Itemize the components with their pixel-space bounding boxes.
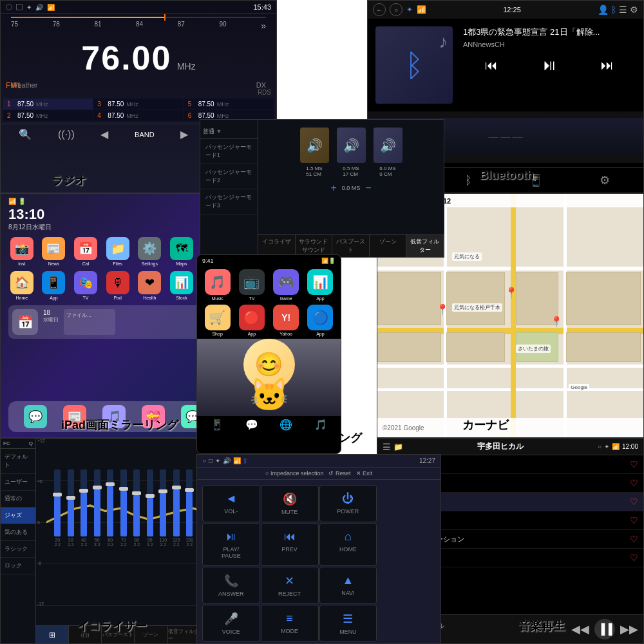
iphone-photo-area: 😊 🐱 xyxy=(197,339,341,416)
steer-reset[interactable]: ↺ Reset xyxy=(328,470,350,477)
iphone-app-4[interactable]: 📊 App xyxy=(305,269,336,301)
radio-prev-btn[interactable]: ◀ xyxy=(100,128,108,140)
eq-slider-150[interactable]: 1502.2 xyxy=(184,469,196,547)
radio-scan-btn[interactable]: ((·)) xyxy=(58,129,75,140)
steer-play-pause[interactable]: ⏯ PLAY/PAUSE xyxy=(202,523,260,566)
eq-slider-30[interactable]: 302.2 xyxy=(65,469,77,547)
radio-search-btn[interactable]: 🔍 xyxy=(19,128,32,140)
spk-fr-speaker[interactable]: 🔊 xyxy=(337,128,366,163)
spk-tab-surround[interactable]: サラウンドサウンド xyxy=(296,235,333,257)
spk-tab-eq[interactable]: イコライザ xyxy=(258,235,296,257)
eq-slider-70[interactable]: 702.2 xyxy=(118,469,130,547)
music-track-1-heart[interactable]: ♡ xyxy=(630,459,638,469)
eq-preset-normal[interactable]: 通常の xyxy=(1,491,35,507)
bt-prev-btn[interactable]: ⏮ xyxy=(485,58,498,73)
ipad-app-4[interactable]: 📁 Files xyxy=(104,237,131,266)
bt-controls[interactable]: ⏮ ⏯ ⏭ xyxy=(463,56,636,74)
iphone-app-6[interactable]: 🔴 App xyxy=(236,305,267,336)
ipad-app-5[interactable]: ⚙️ Settings xyxy=(137,237,164,266)
iphone-app-7[interactable]: Y! Yahoo xyxy=(271,305,301,336)
iphone-dock-music[interactable]: 🎵 xyxy=(314,419,327,431)
eq-preset-rock[interactable]: ロック xyxy=(1,558,35,574)
steer-answer[interactable]: 📞 ANSWER xyxy=(202,567,260,604)
eq-slider-80[interactable]: 802.2 xyxy=(131,469,143,547)
music-track-4-heart[interactable]: ♡ xyxy=(630,515,638,526)
map-label-2: 元気になる xyxy=(452,252,482,261)
iphone-app-8[interactable]: 🔵 App xyxy=(305,305,336,336)
music-player-controls[interactable]: ◀◀ ▐▐ ▶▶ xyxy=(571,619,638,639)
steer-prev[interactable]: ⏮ PREV xyxy=(261,523,319,566)
steer-vol-minus[interactable]: ◄ VOL- xyxy=(202,485,260,522)
steer-controls[interactable]: ◄ VOL- 🔇 MUTE ⏻ POWER ⏯ PLAY/PAUSE ⏮ PRE… xyxy=(197,480,440,644)
iphone-app-3[interactable]: 🎮 Game xyxy=(271,269,301,301)
ipad-app-12[interactable]: 🎙 Pod xyxy=(104,271,131,300)
iphone-app-5[interactable]: 🛒 Shop xyxy=(202,305,232,336)
ipad-app-10[interactable]: 📱 App xyxy=(41,271,68,300)
iphone-app-1[interactable]: 🎵 Music xyxy=(202,269,232,301)
ipad-app-9[interactable]: 🏠 Home xyxy=(8,271,35,300)
steer-mode[interactable]: ≡ MODE xyxy=(261,605,319,642)
spk-mode-1[interactable]: パッセンジャーモード1 xyxy=(200,139,258,164)
eq-preset-jazz[interactable]: ジャズ xyxy=(1,507,35,524)
spk-tab-bass[interactable]: バスブースト xyxy=(332,235,370,257)
ipad-app-11[interactable]: 🎭 TV xyxy=(72,271,99,300)
bt-settings-icon[interactable]: ⚙ xyxy=(600,173,610,187)
steer-navi[interactable]: ▲ NAVI xyxy=(319,567,377,604)
ipad-app-1[interactable]: 📸 Inst xyxy=(8,237,35,266)
radio-band-btn[interactable]: BAND xyxy=(135,131,155,138)
bt-play-btn[interactable]: ⏯ xyxy=(542,56,557,74)
spk-mode-2[interactable]: パッセンジャーモード2 xyxy=(200,164,258,189)
bt-bt-bottom-icon[interactable]: ᛒ xyxy=(465,174,472,187)
steer-exit[interactable]: ✕ Exit xyxy=(356,470,373,477)
eq-slider-95[interactable]: 952.2 xyxy=(144,469,156,547)
steer-menu[interactable]: ☰ MENU xyxy=(319,605,377,642)
steer-home[interactable]: ⌂ HOME xyxy=(319,523,377,566)
spk-tab-filter[interactable]: 低音フィルター xyxy=(406,235,444,257)
bt-back-btn[interactable]: ← xyxy=(373,3,386,16)
eq-slider-110[interactable]: 1102.2 xyxy=(157,469,169,547)
music-track-2-heart[interactable]: ♡ xyxy=(630,478,638,488)
steer-voice[interactable]: 🎤 VOICE xyxy=(202,605,260,642)
music-play-btn[interactable]: ▐▐ xyxy=(594,619,615,639)
ipad-app-6[interactable]: 🗺 Maps xyxy=(168,237,195,266)
eq-tab-eq[interactable]: ⊞ xyxy=(36,626,69,643)
eq-slider-40[interactable]: 402.2 xyxy=(78,469,90,547)
spk-tabs[interactable]: イコライザ サラウンドサウンド バスブースト ゾーン 低音フィルター xyxy=(258,234,444,257)
spk-plus-btn[interactable]: − xyxy=(365,182,371,194)
ipad-app-3[interactable]: 📅 Cal xyxy=(72,237,99,266)
radio-next-btn[interactable]: ▶ xyxy=(180,128,188,140)
spk-mode-3[interactable]: パッセンジャーモード3 xyxy=(200,189,258,214)
music-next-btn[interactable]: ▶▶ xyxy=(620,622,638,636)
music-track-5-heart[interactable]: ♡ xyxy=(630,534,638,544)
music-prev-btn[interactable]: ◀◀ xyxy=(571,622,589,636)
steer-mute[interactable]: 🔇 MUTE xyxy=(261,485,319,522)
steer-power[interactable]: ⏻ POWER xyxy=(319,485,377,522)
music-track-3-heart[interactable]: ♡ xyxy=(630,497,638,507)
ipad-app-2[interactable]: 📰 News xyxy=(41,237,68,266)
eq-preset-lively[interactable]: 気のある xyxy=(1,524,35,541)
bt-circle-btn[interactable]: ○ xyxy=(390,3,402,16)
eq-preset-default[interactable]: デフォルト xyxy=(1,449,35,474)
bt-next-btn[interactable]: ⏭ xyxy=(601,58,614,73)
spk-minus-btn[interactable]: + xyxy=(330,182,336,194)
spk-rr-speaker[interactable]: 🔊 xyxy=(374,128,402,163)
eq-preset-classic[interactable]: ラシック xyxy=(1,541,35,558)
ipad-app-13[interactable]: ❤ Health xyxy=(137,271,164,300)
eq-preset-user[interactable]: ユーザー xyxy=(1,474,35,491)
eq-slider-50[interactable]: 502.2 xyxy=(91,469,104,547)
iphone-dock-phone[interactable]: 📱 xyxy=(211,419,223,431)
steer-reject[interactable]: ✕ REJECT xyxy=(261,567,319,604)
eq-slider-20[interactable]: 202.2 xyxy=(52,469,64,547)
radio-frequency: 76.00 xyxy=(81,39,171,77)
eq-slider-125[interactable]: 1252.2 xyxy=(171,469,183,547)
eq-slider-60[interactable]: 602.2 xyxy=(104,469,117,547)
music-track-6-heart[interactable]: ♡ xyxy=(630,553,638,563)
spk-tab-zone[interactable]: ゾーン xyxy=(370,235,407,257)
spk-fl-speaker[interactable]: 🔊 xyxy=(300,128,329,163)
iphone-app-2[interactable]: 📺 TV xyxy=(236,269,267,301)
bt-bt-icon: ✦ xyxy=(406,5,413,14)
iphone-dock-msg[interactable]: 💬 xyxy=(245,419,258,431)
iphone-dock-safari[interactable]: 🌐 xyxy=(279,419,292,431)
radio-freq-markers: 757881848790 » xyxy=(1,18,276,33)
ipad-app-14[interactable]: 📊 Stock xyxy=(168,271,195,300)
